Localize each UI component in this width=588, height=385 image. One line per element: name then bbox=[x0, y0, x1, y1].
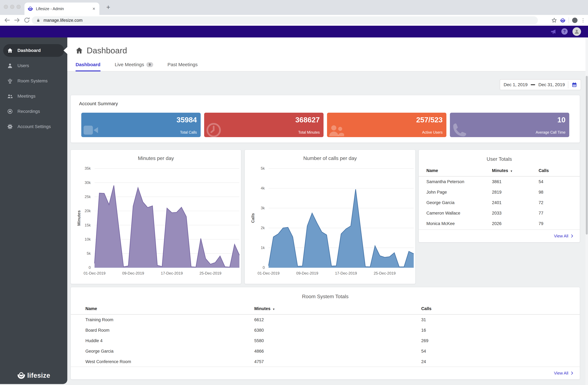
user-avatar[interactable] bbox=[572, 27, 581, 36]
column-header-name[interactable]: Name bbox=[85, 306, 254, 311]
window-minimize-button[interactable] bbox=[10, 5, 14, 9]
svg-text:Minutes: Minutes bbox=[77, 210, 81, 226]
svg-text:01-Dec-2019: 01-Dec-2019 bbox=[84, 271, 105, 275]
table-row[interactable]: Huddle 45580269 bbox=[71, 336, 580, 346]
table-cell: West Conference Room bbox=[85, 359, 254, 364]
page-header: Dashboard DashboardLive Meetings9Past Me… bbox=[67, 38, 588, 71]
account-summary-panel: Account Summary 35984Total Calls368627To… bbox=[70, 95, 580, 143]
date-range-picker[interactable]: Dec 1, 2019 Dec 31, 2019 bbox=[500, 79, 581, 90]
table-cell: John Page bbox=[426, 190, 492, 195]
tab-dashboard[interactable]: Dashboard bbox=[76, 62, 101, 71]
table-cell: 2033 bbox=[492, 211, 539, 216]
table-row[interactable]: George Garcia486654 bbox=[71, 346, 580, 356]
svg-text:25k: 25k bbox=[84, 195, 91, 199]
browser-tab[interactable]: Lifesize - Admin × bbox=[24, 2, 99, 15]
table-row[interactable]: Samantha Peterson386154 bbox=[419, 177, 580, 187]
column-header-calls[interactable]: Calls bbox=[421, 306, 565, 311]
card-value: 35984 bbox=[177, 116, 197, 124]
page-title: Dashboard bbox=[87, 46, 127, 55]
sort-desc-icon[interactable]: ▾ bbox=[511, 169, 512, 173]
date-range-dash bbox=[531, 84, 535, 85]
table-row[interactable]: George Garcia240172 bbox=[419, 197, 580, 208]
active-item-arrow bbox=[63, 47, 67, 54]
table-cell: Huddle 4 bbox=[85, 338, 254, 343]
sidebar-item-dashboard[interactable]: Dashboard bbox=[0, 43, 67, 58]
card-label: Total Minutes bbox=[298, 130, 320, 135]
lock-icon[interactable] bbox=[36, 18, 40, 22]
user-totals-panel: User Totals NameMinutes▾CallsSamantha Pe… bbox=[419, 149, 580, 243]
table-row[interactable]: Board Room638016 bbox=[71, 325, 580, 336]
sort-desc-icon[interactable]: ▾ bbox=[273, 307, 274, 311]
date-range-start[interactable]: Dec 1, 2019 bbox=[504, 82, 527, 87]
card-value: 368627 bbox=[295, 116, 320, 124]
reload-icon[interactable] bbox=[23, 17, 30, 23]
date-range-divider bbox=[568, 81, 568, 88]
help-icon[interactable]: ? bbox=[561, 28, 568, 35]
table-row[interactable]: Monica McKee202679 bbox=[419, 218, 580, 229]
window-zoom-button[interactable] bbox=[17, 5, 21, 9]
tab-live-meetings[interactable]: Live Meetings9 bbox=[115, 62, 153, 71]
room-totals-view-all-link[interactable]: View All bbox=[554, 371, 574, 376]
tab-past-meetings[interactable]: Past Meetings bbox=[168, 62, 198, 71]
table-cell: 79 bbox=[539, 221, 572, 226]
lifesize-logo-text: lifesize bbox=[27, 372, 50, 379]
sidebar-item-room-systems[interactable]: Room Systems bbox=[0, 73, 67, 89]
table-cell: 54 bbox=[539, 179, 572, 184]
home-icon bbox=[7, 48, 13, 53]
date-range-end[interactable]: Dec 31, 2019 bbox=[538, 82, 565, 87]
star-icon[interactable] bbox=[551, 18, 557, 23]
column-header-calls[interactable]: Calls bbox=[539, 168, 572, 173]
table-cell: 54 bbox=[421, 349, 565, 354]
menu-dots-icon[interactable]: ⋮ bbox=[581, 17, 586, 24]
sidebar-item-label: Users bbox=[18, 63, 29, 68]
sidebar-item-users[interactable]: Users bbox=[0, 58, 67, 73]
table-cell: 31 bbox=[421, 317, 565, 322]
lifesize-extension-icon[interactable] bbox=[560, 18, 566, 23]
main-content: Dashboard DashboardLive Meetings9Past Me… bbox=[67, 38, 588, 385]
svg-text:15k: 15k bbox=[84, 223, 91, 227]
calls-per-day-chart-panel: Number of calls per day01k2k3k4k5k01-Dec… bbox=[245, 149, 416, 284]
table-row[interactable]: Cameron Wallace203377 bbox=[419, 208, 580, 218]
new-tab-button[interactable]: + bbox=[104, 3, 113, 12]
sidebar-item-label: Room Systems bbox=[18, 78, 48, 83]
table-cell: 4866 bbox=[254, 349, 421, 354]
column-header-name[interactable]: Name bbox=[426, 168, 492, 173]
svg-text:09-Dec-2019: 09-Dec-2019 bbox=[122, 271, 144, 275]
user-totals-table: NameMinutes▾CallsSamantha Peterson386154… bbox=[419, 165, 580, 229]
column-header-minutes[interactable]: Minutes▾ bbox=[254, 306, 421, 311]
table-cell: 269 bbox=[421, 338, 565, 343]
forward-icon[interactable] bbox=[14, 17, 20, 23]
user-totals-view-all-link[interactable]: View All bbox=[554, 234, 574, 239]
window-close-button[interactable] bbox=[4, 5, 8, 9]
svg-text:35k: 35k bbox=[84, 166, 91, 170]
page-scrollbar[interactable] bbox=[586, 38, 588, 385]
url-text: manage.lifesize.com bbox=[43, 18, 83, 23]
sidebar-item-label: Account Settings bbox=[18, 124, 51, 129]
table-header: NameMinutes▾Calls bbox=[71, 303, 580, 315]
table-row[interactable]: John Page281998 bbox=[419, 187, 580, 197]
svg-text:0: 0 bbox=[263, 265, 265, 270]
table-row[interactable]: Training Room661231 bbox=[71, 315, 580, 325]
scrollbar-thumb[interactable] bbox=[586, 76, 588, 235]
column-header-minutes[interactable]: Minutes▾ bbox=[492, 168, 539, 173]
browser-tab-strip: Lifesize - Admin × + bbox=[0, 0, 588, 15]
room-system-totals-panel: Room System Totals NameMinutes▾CallsTrai… bbox=[70, 287, 580, 380]
sidebar-item-meetings[interactable]: Meetings bbox=[0, 89, 67, 104]
address-bar[interactable]: manage.lifesize.com bbox=[32, 16, 538, 24]
lifesize-logo-icon bbox=[17, 371, 25, 380]
view-all-label: View All bbox=[554, 234, 568, 239]
room-system-totals-title: Room System Totals bbox=[71, 287, 580, 300]
browser-profile-avatar[interactable] bbox=[572, 18, 578, 23]
calendar-icon[interactable] bbox=[571, 82, 577, 88]
table-cell: 3861 bbox=[492, 179, 539, 184]
table-row[interactable]: West Conference Room475724 bbox=[71, 356, 580, 367]
chevron-right-icon bbox=[570, 234, 574, 238]
table-cell: 5580 bbox=[254, 338, 421, 343]
sidebar-item-recordings[interactable]: Recordings bbox=[0, 104, 67, 119]
megaphone-icon[interactable] bbox=[550, 29, 556, 35]
close-tab-icon[interactable]: × bbox=[91, 6, 96, 11]
sidebar-item-account-settings[interactable]: Account Settings bbox=[0, 119, 67, 134]
svg-text:2k: 2k bbox=[261, 226, 265, 230]
calls-per-day-chart: Number of calls per day01k2k3k4k5k01-Dec… bbox=[245, 150, 415, 284]
back-icon[interactable] bbox=[4, 17, 10, 23]
